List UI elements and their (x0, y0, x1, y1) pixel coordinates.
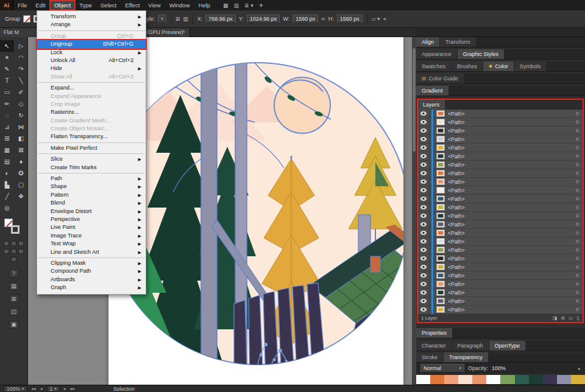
first-artboard-icon[interactable]: ◂◂ (31, 386, 36, 391)
menu-item-line-and-sketch-art[interactable]: Line and Sketch Art▶ (37, 248, 146, 256)
menu-item-live-paint[interactable]: Live Paint▶ (37, 223, 146, 231)
style-select[interactable]: ▾ (158, 15, 166, 23)
visibility-eye-icon[interactable] (420, 163, 427, 167)
artboard-tool[interactable]: ▢ (14, 179, 28, 191)
target-circle-icon[interactable] (576, 146, 579, 149)
magic-wand-tool[interactable]: ✶ (0, 52, 14, 63)
hand-tool[interactable]: ✥ (14, 191, 28, 202)
menubar-item-type[interactable]: Type (75, 1, 96, 10)
target-circle-icon[interactable] (576, 197, 579, 200)
artboards-panel-icon[interactable]: ▣ (9, 320, 19, 329)
artboard[interactable] (108, 37, 403, 385)
delete-layer-icon[interactable]: ▯ (577, 315, 580, 321)
panel-tab-color[interactable]: ◆Color (483, 61, 514, 71)
stroke-swatch[interactable] (11, 225, 20, 234)
menubar-item-effect[interactable]: Effect (121, 1, 144, 10)
layer-row[interactable]: <Path> (417, 271, 583, 280)
menubar-item-window[interactable]: Window (165, 1, 194, 10)
layer-row[interactable]: <Path> (417, 289, 583, 297)
layer-row[interactable]: <Path> (417, 220, 583, 229)
slice-tool[interactable]: ╱ (0, 191, 14, 202)
color-mode-icon[interactable] (4, 241, 9, 246)
menu-item-lock[interactable]: Lock▶ (37, 49, 146, 57)
menubar-item-object[interactable]: Object (50, 1, 75, 10)
menu-item-arrange[interactable]: Arrange▶ (37, 21, 146, 29)
visibility-eye-icon[interactable] (420, 256, 427, 261)
column-graph-tool[interactable]: ▙ (0, 179, 14, 191)
target-circle-icon[interactable] (576, 180, 579, 183)
zoom-select[interactable]: 100% ▾ (4, 386, 27, 392)
document-setup-icon[interactable]: ⊞ (176, 16, 180, 22)
visibility-eye-icon[interactable] (420, 290, 427, 295)
isolate-icon[interactable]: ⌖ (383, 16, 386, 23)
layer-row[interactable]: <Path> (417, 263, 583, 271)
visibility-eye-icon[interactable] (420, 222, 427, 226)
menu-item-transform[interactable]: Transform▶ (37, 13, 146, 21)
panel-tab-appearance[interactable]: Appearance (416, 49, 457, 59)
panel-tab-transparency[interactable]: Transparency (444, 352, 488, 362)
close-tab-icon[interactable]: × (182, 29, 185, 35)
menu-item-ungroup[interactable]: UngroupShift+Ctrl+G (37, 40, 146, 48)
grid-view-icon[interactable]: ▦ (223, 2, 229, 9)
menubar-item-edit[interactable]: Edit (31, 1, 49, 10)
visibility-eye-icon[interactable] (420, 128, 427, 133)
opacity-value[interactable]: 100% (492, 365, 506, 371)
visibility-eye-icon[interactable] (420, 205, 427, 209)
layer-row[interactable]: <Path> (417, 297, 583, 306)
panel-tab-align[interactable]: Align (416, 37, 439, 47)
layer-row[interactable]: <Path> (417, 229, 583, 237)
preferences-icon[interactable]: ▥ (183, 16, 188, 22)
next-artboard-icon[interactable]: ▸ (64, 386, 66, 391)
direct-selection-tool[interactable]: ▷ (14, 40, 28, 52)
zoom-tool[interactable]: ◎ (0, 202, 14, 214)
target-circle-icon[interactable] (576, 265, 579, 268)
target-circle-icon[interactable] (576, 189, 579, 192)
x-field[interactable]: 768.96 px (205, 15, 236, 23)
eraser-tool[interactable]: ◌ (0, 110, 14, 121)
visibility-eye-icon[interactable] (420, 171, 427, 175)
new-sublayer-icon[interactable]: ⊞ (561, 315, 565, 321)
chevron-right-icon[interactable]: ▸ (578, 366, 581, 371)
target-circle-icon[interactable] (576, 257, 579, 260)
panel-tab-symbols[interactable]: Symbols (514, 61, 547, 71)
panel-tab-brushes[interactable]: Brushes (452, 61, 483, 71)
help-icon[interactable]: ? (9, 269, 19, 278)
layout-icon[interactable]: ▥ (234, 2, 239, 9)
menu-item-slice[interactable]: Slice▶ (37, 155, 146, 163)
menubar-item-view[interactable]: View (144, 1, 165, 10)
target-circle-icon[interactable] (576, 240, 579, 243)
last-artboard-icon[interactable]: ▸▸ (71, 386, 76, 391)
draw-behind-icon[interactable] (11, 249, 16, 254)
line-segment-tool[interactable]: ╲ (14, 75, 28, 86)
visibility-eye-icon[interactable] (420, 248, 427, 252)
scale-tool[interactable]: ⊿ (0, 121, 14, 133)
rotate-tool[interactable]: ↻ (14, 110, 28, 121)
target-circle-icon[interactable] (576, 299, 579, 303)
menu-item-shape[interactable]: Shape▶ (37, 183, 146, 191)
layer-row[interactable]: <Path> (417, 306, 583, 314)
layer-row[interactable]: <Path> (417, 118, 583, 127)
menu-item-envelope-distort[interactable]: Envelope Distort▶ (37, 208, 146, 215)
visibility-eye-icon[interactable] (420, 214, 427, 218)
target-circle-icon[interactable] (576, 129, 579, 132)
screen-mode-icon[interactable] (11, 257, 16, 262)
menu-item-image-trace[interactable]: Image Trace▶ (37, 232, 146, 240)
type-tool[interactable]: T (0, 75, 14, 86)
menu-item-text-wrap[interactable]: Text Wrap▶ (37, 240, 146, 248)
panel-tab-stroke[interactable]: Stroke (416, 352, 443, 362)
adjustments-panel-icon[interactable]: ⊞ (9, 295, 19, 303)
free-transform-tool[interactable]: ⊞ (0, 133, 14, 144)
layer-row[interactable]: <Path> (417, 237, 583, 246)
panel-tab-swatches[interactable]: Swatches (416, 61, 451, 71)
panel-tab-transform[interactable]: Transform (440, 37, 476, 47)
visibility-eye-icon[interactable] (420, 273, 427, 278)
width-tool[interactable]: ⋈ (14, 121, 28, 133)
menubar-item-select[interactable]: Select (96, 1, 121, 10)
constrain-proportions-icon[interactable]: ∞ (321, 16, 325, 22)
layer-row[interactable]: <Path> (417, 212, 583, 220)
eyedropper-tool[interactable]: ♦ (14, 156, 28, 167)
menu-item-make-pixel-perfect[interactable]: Make Pixel Perfect (37, 144, 146, 152)
tab-layers[interactable]: Layers (417, 100, 445, 110)
visibility-eye-icon[interactable] (420, 299, 427, 303)
target-circle-icon[interactable] (576, 282, 579, 285)
